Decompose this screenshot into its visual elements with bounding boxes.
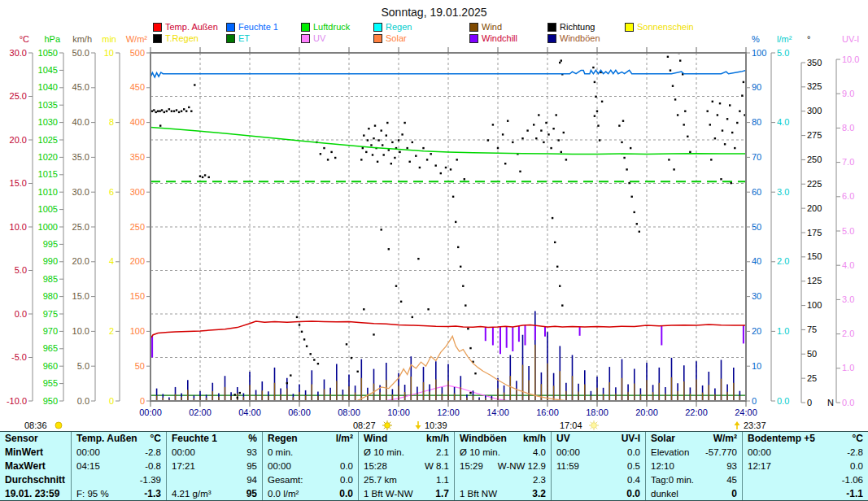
direction-dot [474, 372, 476, 374]
direction-dot [388, 248, 390, 250]
direction-dot [460, 266, 461, 268]
tick-label: 350 [807, 58, 822, 68]
direction-dot [502, 133, 504, 135]
direction-dot [157, 111, 159, 112]
direction-dot [388, 149, 390, 150]
direction-dot [415, 155, 417, 157]
direction-dot [497, 147, 499, 149]
table-header: Windkm/h [359, 432, 454, 446]
direction-dot [368, 128, 369, 129]
direction-dot [164, 111, 165, 113]
tick-label: 45.0 [72, 82, 89, 92]
tick-label: 200 [807, 203, 822, 213]
table-col-bodentemp-5: Bodentemp +5°C00:00-2.812:170.0-1.06-1.1 [742, 432, 868, 500]
sun-icon [384, 428, 385, 429]
direction-dot [153, 109, 155, 111]
table-row: 1 Bft NW3.2 [455, 486, 551, 500]
direction-dot [535, 137, 537, 139]
tick-label: 50 [752, 222, 761, 232]
direction-dot [465, 304, 466, 306]
tick-label: 150 [130, 291, 145, 301]
table-col-wind: Windkm/hØ 10 min.2.115:28W 8.125.7 km1.1… [358, 432, 454, 500]
tick-label: 350 [130, 152, 145, 162]
tick-label: 965 [43, 343, 58, 353]
direction-dot [559, 285, 560, 287]
direction-dot [533, 124, 534, 125]
moon-icon [55, 422, 62, 429]
axis-unit-label: % [752, 34, 760, 44]
direction-dot [398, 139, 399, 141]
tick-label: 0.0 [777, 396, 789, 406]
direction-dot [313, 359, 315, 360]
direction-dot [409, 161, 411, 163]
cell-value: -1.39 [140, 475, 161, 485]
tick-label: 975 [43, 309, 58, 319]
cell-value: 95 [246, 461, 257, 471]
cell-value: 0.0 [340, 475, 353, 485]
direction-dot [310, 353, 312, 355]
tick-label: 1040 [38, 82, 58, 92]
table-row: 00:0093 [167, 446, 262, 460]
x-tick-label: 20:00 [635, 407, 658, 417]
tick-label: 10.0 [10, 222, 27, 232]
cell-label: 00:00 [268, 461, 291, 471]
direction-dot [159, 124, 161, 126]
sensor-unit: W/m² [713, 433, 737, 444]
axis-unit-label: W/m² [126, 34, 148, 44]
axis-unit-label: hPa [44, 34, 60, 44]
tick-label: 30.0 [72, 187, 89, 197]
tick-label: 10 [104, 48, 114, 58]
direction-dot [367, 139, 369, 141]
table-row: 2.3 [455, 473, 551, 486]
table-header: Regenl/m² [263, 432, 358, 446]
direction-dot [412, 142, 413, 143]
table-row: Tag:0 min.45 [646, 473, 742, 486]
tick-label: 0 [109, 396, 114, 406]
direction-dot [422, 147, 424, 149]
tick-label: 5.0 [842, 226, 854, 236]
table-row: 04:15-0.8 [72, 460, 166, 473]
direction-dot [595, 96, 596, 98]
direction-dot [317, 363, 319, 364]
direction-dot [334, 157, 336, 159]
table-row-label: Durchschnitt [0, 473, 71, 486]
direction-dot [626, 168, 627, 170]
sensor-name: Feuchte 1 [172, 433, 217, 444]
tick-label: 4.0 [777, 117, 789, 127]
sun-icon [385, 423, 390, 429]
direction-dot [377, 161, 378, 163]
direction-dot [550, 147, 552, 149]
direction-dot [155, 111, 157, 113]
direction-dot [456, 159, 458, 160]
cell-value: 4.0 [533, 447, 546, 457]
sun-pale-icon [596, 422, 597, 423]
direction-dot [370, 144, 372, 146]
tick-label: 100 [752, 48, 766, 58]
cell-label: 25.7 km [364, 475, 397, 485]
cell-label: 00:00 [748, 447, 771, 457]
direction-dot [679, 59, 681, 61]
direction-dot [362, 147, 364, 149]
direction-dot [526, 129, 528, 131]
tick-label: 0 [752, 396, 757, 406]
cell-value: 0.5 [627, 461, 640, 471]
direction-dot [462, 285, 464, 287]
direction-dot [636, 223, 638, 224]
table-header: Windböenkm/h [455, 432, 551, 446]
direction-dot [194, 84, 195, 85]
tick-label: 20 [752, 326, 761, 336]
sun-icon [384, 422, 385, 423]
sensor-unit: °C [150, 433, 161, 444]
cell-value: 0.0 [850, 461, 863, 471]
x-tick-label: 24:00 [735, 407, 757, 417]
direction-dot [677, 114, 678, 115]
direction-dot [559, 62, 560, 63]
cell-value: 0 [731, 488, 737, 499]
direction-dot [351, 357, 352, 359]
direction-dot [668, 159, 670, 160]
tick-label: 990 [43, 256, 58, 266]
direction-dot [469, 392, 471, 394]
sun-pale-icon [591, 423, 597, 429]
table-row: 0.0 [552, 486, 645, 500]
cell-value: 3.2 [532, 488, 546, 499]
